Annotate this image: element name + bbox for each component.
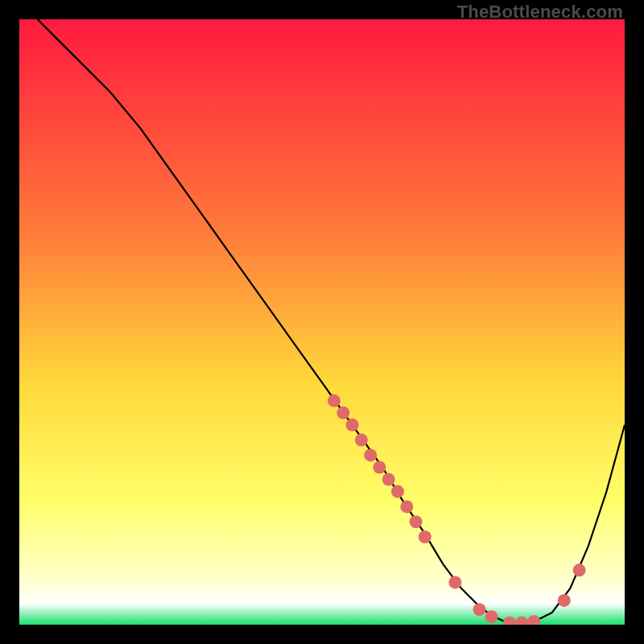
data-marker xyxy=(355,434,368,447)
chart-frame xyxy=(19,19,625,625)
data-marker xyxy=(485,610,498,623)
data-marker xyxy=(419,530,431,543)
data-marker xyxy=(328,394,341,407)
data-marker xyxy=(558,594,571,607)
data-marker xyxy=(573,564,586,576)
data-marker xyxy=(336,407,349,419)
data-marker xyxy=(448,576,461,588)
gradient-background xyxy=(19,19,625,625)
data-marker xyxy=(373,461,386,474)
data-marker xyxy=(382,473,395,486)
data-marker xyxy=(410,515,423,528)
data-marker xyxy=(364,448,377,461)
data-marker xyxy=(473,603,486,616)
data-marker xyxy=(346,419,359,431)
bottleneck-chart xyxy=(19,19,625,625)
watermark-text: TheBottleneck.com xyxy=(457,2,623,23)
data-marker xyxy=(391,485,404,498)
data-marker xyxy=(400,500,413,513)
